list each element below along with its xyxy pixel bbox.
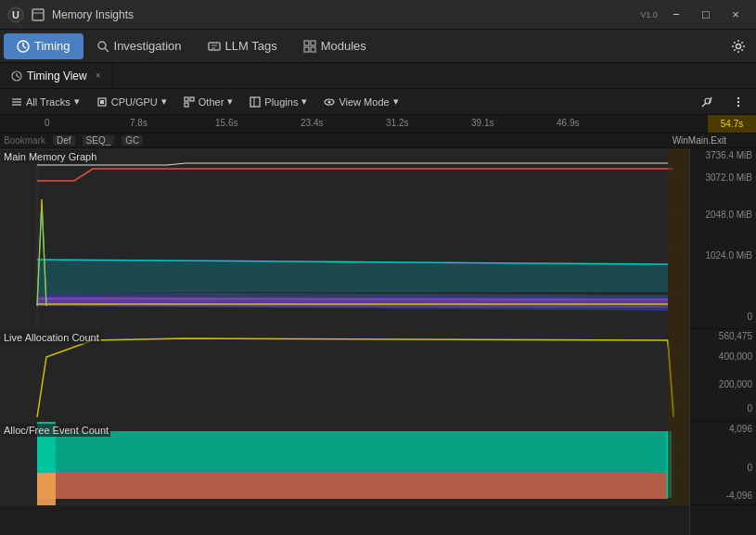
svg-point-35 bbox=[737, 96, 739, 98]
svg-rect-12 bbox=[304, 41, 309, 45]
timing-icon bbox=[17, 40, 30, 53]
time-46s: 46.9s bbox=[557, 118, 579, 128]
main-content: Main Memory Graph bbox=[0, 148, 756, 535]
nav-llmtags[interactable]: LLM Tags bbox=[195, 33, 290, 59]
tab-clock-icon bbox=[11, 70, 22, 82]
winmain-exit-label: WinMain.Exit bbox=[673, 135, 726, 146]
plugins-icon bbox=[250, 96, 261, 108]
y-label-2048: 2048.0 MiB bbox=[705, 210, 752, 220]
cpu-dropdown-arrow: ▾ bbox=[161, 96, 167, 108]
cpu-gpu-button[interactable]: CPU/GPU ▾ bbox=[89, 92, 174, 112]
svg-rect-56 bbox=[37, 431, 668, 473]
svg-marker-44 bbox=[37, 260, 668, 292]
seq-tag: SEQ_ bbox=[83, 135, 115, 146]
y-label-0-alloc: 0 bbox=[747, 403, 752, 414]
other-dropdown-arrow: ▾ bbox=[227, 96, 233, 108]
bookmark-label: Bookmark bbox=[4, 135, 45, 146]
nav-investigation[interactable]: Investigation bbox=[83, 33, 195, 59]
view-mode-button[interactable]: View Mode ▾ bbox=[316, 92, 405, 112]
svg-rect-48 bbox=[0, 329, 689, 422]
svg-line-19 bbox=[17, 76, 19, 78]
time-ruler: 0 7.8s 15.6s 23.4s 31.2s 39.1s 46.9s 54.… bbox=[0, 115, 756, 134]
llmtags-icon bbox=[208, 40, 221, 53]
nav-bar: Timing Investigation LLM Tags Modules bbox=[0, 30, 756, 63]
close-button[interactable]: × bbox=[723, 5, 749, 25]
alloc-count-track: Live Allocation Count bbox=[0, 329, 689, 422]
svg-rect-57 bbox=[37, 473, 668, 499]
pin-button[interactable] bbox=[693, 92, 721, 112]
app-icon: U bbox=[7, 6, 24, 23]
bookmark-bar: Bookmark Def SEQ_ GC WinMain.Exit bbox=[0, 134, 756, 148]
minimize-button[interactable]: − bbox=[663, 5, 689, 25]
y-label-400000: 400,000 bbox=[719, 351, 752, 362]
all-tracks-button[interactable]: All Tracks ▾ bbox=[4, 92, 87, 112]
time-15s: 15.6s bbox=[215, 118, 237, 128]
toolbar: All Tracks ▾ CPU/GPU ▾ Other ▾ Plugins ▾ bbox=[0, 89, 756, 115]
svg-point-7 bbox=[98, 42, 106, 49]
svg-rect-15 bbox=[311, 47, 315, 52]
tab-bar: Timing View × bbox=[0, 63, 756, 89]
svg-line-8 bbox=[105, 48, 109, 52]
svg-rect-24 bbox=[100, 100, 104, 104]
event-count-y-axis: 4,096 0 -4,096 bbox=[690, 422, 756, 505]
maximize-button[interactable]: □ bbox=[693, 5, 719, 25]
time-0: 0 bbox=[45, 118, 50, 128]
time-23s: 23.4s bbox=[301, 118, 323, 128]
tracks-icon bbox=[11, 96, 22, 108]
svg-rect-28 bbox=[250, 97, 260, 107]
svg-rect-14 bbox=[304, 47, 309, 52]
plugins-button[interactable]: Plugins ▾ bbox=[242, 92, 314, 112]
tab-timing-view[interactable]: Timing View × bbox=[0, 63, 113, 88]
svg-rect-58 bbox=[37, 422, 56, 473]
event-count-graph bbox=[0, 422, 689, 505]
tab-close-button[interactable]: × bbox=[96, 70, 101, 81]
alloc-count-graph bbox=[0, 329, 689, 422]
y-label-1024: 1024.0 MiB bbox=[705, 250, 752, 261]
graph-area[interactable]: Main Memory Graph bbox=[0, 148, 689, 535]
alloc-count-y-axis: 560,475 400,000 200,000 0 bbox=[690, 329, 756, 422]
y-label-200000: 200,000 bbox=[719, 379, 752, 389]
gc-tag: GC bbox=[122, 135, 143, 146]
title-text: Memory Insights bbox=[52, 8, 134, 21]
svg-rect-13 bbox=[311, 41, 315, 45]
event-count-track: Alloc/Free Event Count bbox=[0, 422, 689, 505]
svg-point-31 bbox=[328, 100, 331, 103]
title-controls: V1.0 − □ × bbox=[640, 5, 749, 25]
svg-rect-2 bbox=[32, 9, 44, 20]
y-label-4096: 4,096 bbox=[729, 424, 752, 434]
nav-modules[interactable]: Modules bbox=[290, 33, 379, 59]
y-label-0-event: 0 bbox=[747, 463, 752, 473]
y-label-0-mem: 0 bbox=[747, 312, 752, 322]
pin-icon bbox=[700, 96, 713, 108]
plugins-dropdown-arrow: ▾ bbox=[301, 96, 307, 108]
y-label-560475: 560,475 bbox=[719, 331, 752, 341]
svg-line-6 bbox=[23, 46, 26, 48]
svg-point-37 bbox=[737, 104, 739, 106]
main-memory-graph bbox=[0, 148, 689, 329]
settings-icon bbox=[731, 39, 746, 54]
toolbar-right bbox=[693, 92, 752, 112]
more-icon bbox=[732, 96, 745, 108]
svg-rect-61 bbox=[668, 422, 689, 505]
y-label-neg4096: -4,096 bbox=[726, 490, 752, 501]
svg-point-36 bbox=[737, 100, 739, 102]
nav-timing[interactable]: Timing bbox=[4, 33, 83, 59]
modules-icon bbox=[303, 40, 316, 53]
svg-rect-59 bbox=[37, 473, 56, 505]
svg-rect-52 bbox=[668, 329, 689, 422]
main-memory-y-axis: 3736.4 MiB 3072.0 MiB 2048.0 MiB 1024.0 … bbox=[690, 148, 756, 329]
settings-button[interactable] bbox=[724, 33, 752, 59]
cpu-icon bbox=[96, 96, 108, 108]
svg-point-16 bbox=[737, 44, 741, 48]
more-button[interactable] bbox=[724, 92, 752, 112]
svg-rect-25 bbox=[185, 97, 188, 101]
title-left: U Memory Insights bbox=[7, 6, 134, 23]
other-button[interactable]: Other ▾ bbox=[176, 92, 241, 112]
def-tag: Def bbox=[53, 135, 75, 146]
time-highlight: 54.7s bbox=[708, 115, 756, 133]
window-icon bbox=[32, 8, 45, 21]
svg-rect-47 bbox=[668, 148, 689, 329]
time-39s: 39.1s bbox=[471, 118, 493, 128]
all-tracks-dropdown-arrow: ▾ bbox=[74, 96, 80, 108]
title-bar: U Memory Insights V1.0 − □ × bbox=[0, 0, 756, 30]
